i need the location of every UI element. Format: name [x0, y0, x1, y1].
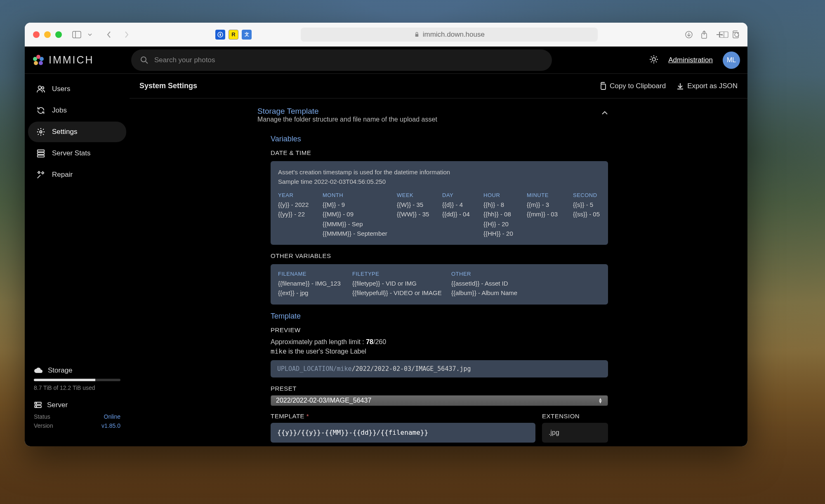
- sync-icon: [36, 106, 45, 115]
- sidebar-footer: Storage 8.7 TiB of 12.2 TiB used Server: [25, 359, 130, 446]
- export-json-button[interactable]: Export as JSON: [676, 82, 738, 90]
- variable-example: {{MMMM}} - September: [323, 229, 397, 238]
- variable-example: {{s}} - 5: [573, 200, 610, 209]
- app-header: IMMICH Search your photos Administration…: [25, 47, 747, 74]
- extension-r-icon[interactable]: R: [229, 30, 238, 40]
- storage-template-desc: Manage the folder structure and file nam…: [257, 116, 437, 123]
- app-logo[interactable]: IMMICH: [32, 54, 131, 66]
- storage-title: Storage: [48, 366, 73, 375]
- extension-1password-icon[interactable]: [215, 30, 225, 40]
- forward-button[interactable]: [121, 29, 132, 40]
- preset-label: PRESET: [271, 385, 608, 392]
- status-label: Status: [34, 413, 50, 420]
- close-window-button[interactable]: [33, 31, 40, 38]
- variable-column-header: HOUR: [483, 192, 527, 198]
- variable-example: {{y}} - 2022: [278, 200, 323, 209]
- variable-example: {{filetype}} - VID or IMG: [352, 279, 451, 288]
- other-vars-label: OTHER VARIABLES: [271, 252, 608, 259]
- preset-value: 2022/2022-02-03/IMAGE_56437: [276, 397, 371, 404]
- search-input[interactable]: Search your photos: [131, 49, 552, 71]
- version-value: v1.85.0: [101, 422, 120, 429]
- storage-progress-bar: [34, 379, 120, 381]
- svg-point-16: [40, 57, 44, 61]
- sidebar-item-repair[interactable]: Repair: [28, 164, 126, 185]
- variable-example: {{album}} - Album Name: [451, 288, 542, 298]
- export-label: Export as JSON: [687, 82, 738, 90]
- minimize-window-button[interactable]: [44, 31, 51, 38]
- url-text: immich.down.house: [423, 30, 485, 39]
- chevron-up-icon: [601, 111, 608, 115]
- extension-label: EXTENSION: [542, 413, 608, 420]
- administration-link[interactable]: Administration: [668, 56, 713, 64]
- variable-example: {{WW}} - 35: [397, 209, 442, 219]
- svg-line-29: [656, 61, 657, 62]
- header-right: Administration ML: [649, 52, 740, 69]
- variables-title: Variables: [271, 135, 608, 143]
- svg-line-22: [146, 61, 148, 63]
- variable-example: {{ss}} - 05: [573, 209, 610, 219]
- variable-example: {{MM}} - 09: [323, 209, 397, 219]
- avatar[interactable]: ML: [723, 52, 740, 69]
- share-icon[interactable]: [700, 30, 708, 39]
- preset-select[interactable]: 2022/2022-02-03/IMAGE_56437 ▲▼: [271, 395, 608, 406]
- variable-example: {{HH}} - 20: [483, 229, 527, 238]
- sidebar-toggle-icon[interactable]: [71, 29, 82, 40]
- template-input[interactable]: [271, 423, 535, 443]
- translate-page-icon[interactable]: A: [719, 31, 728, 38]
- variable-example: {{hh}} - 08: [483, 209, 527, 219]
- other-vars-box: FILENAME{{filename}} - IMG_123{{ext}} - …: [271, 264, 608, 305]
- svg-point-40: [36, 403, 37, 404]
- variable-example: {{m}} - 3: [527, 200, 573, 209]
- sidebar-item-server-stats[interactable]: Server Stats: [28, 143, 126, 164]
- app-container: IMMICH Search your photos Administration…: [25, 47, 747, 446]
- downloads-icon[interactable]: [685, 30, 693, 39]
- variable-example: {{mm}} - 03: [527, 209, 573, 219]
- theme-toggle-button[interactable]: [649, 55, 658, 66]
- svg-point-18: [34, 61, 38, 65]
- titlebar-dropdown-icon[interactable]: [84, 29, 96, 40]
- svg-point-41: [36, 406, 37, 407]
- user-label-line: mike is the user's Storage Label: [271, 347, 608, 355]
- variable-example: {{filename}} - IMG_123: [278, 279, 352, 288]
- window-controls: [33, 31, 62, 38]
- server-footer-icon: [34, 401, 42, 409]
- sidebar-item-users[interactable]: Users: [28, 79, 126, 99]
- logo-flower-icon: [32, 54, 45, 66]
- other-variables-grid: FILENAME{{filename}} - IMG_123{{ext}} - …: [278, 271, 601, 298]
- storage-progress-fill: [34, 379, 95, 381]
- extension-translate-icon[interactable]: 文: [242, 30, 252, 40]
- browser-titlebar: R 文 immich.down.house A: [25, 23, 747, 47]
- browser-window: R 文 immich.down.house A: [25, 23, 747, 446]
- content-header: System Settings Copy to Clipboard Export…: [130, 74, 747, 98]
- url-bar[interactable]: immich.down.house A: [301, 28, 598, 42]
- variable-column-header: SECOND: [573, 192, 610, 198]
- sidebar-item-settings[interactable]: Settings: [28, 122, 126, 142]
- variable-column-header: MINUTE: [527, 192, 573, 198]
- path-preview-box: UPLOAD_LOCATION/mike/2022/2022-02-03/IMA…: [271, 360, 608, 377]
- copy-clipboard-button[interactable]: Copy to Clipboard: [599, 82, 666, 90]
- select-arrows-icon: ▲▼: [598, 398, 603, 403]
- sidebar-nav: Users Jobs Settings Server Stats: [25, 78, 130, 359]
- sidebar-item-jobs[interactable]: Jobs: [28, 100, 126, 121]
- path-limit-line: Approximately path length limit : 78/260: [271, 338, 608, 346]
- svg-point-23: [652, 58, 655, 61]
- svg-rect-36: [38, 152, 45, 155]
- reload-icon[interactable]: [733, 31, 740, 38]
- variable-example: {{assetId}} - Asset ID: [451, 279, 542, 288]
- date-time-box: Asset's creation timestamp is used for t…: [271, 161, 608, 245]
- main-content: System Settings Copy to Clipboard Export…: [130, 74, 747, 446]
- svg-point-20: [37, 59, 40, 61]
- storage-usage-text: 8.7 TiB of 12.2 TiB used: [34, 384, 120, 391]
- svg-rect-0: [73, 31, 81, 38]
- version-label: Version: [34, 422, 53, 429]
- variable-column-header: MONTH: [323, 192, 397, 198]
- maximize-window-button[interactable]: [55, 31, 62, 38]
- collapse-section-button[interactable]: [601, 109, 608, 117]
- lock-icon: [414, 32, 420, 37]
- page-title: System Settings: [139, 82, 197, 90]
- sidebar-item-label: Users: [52, 85, 70, 93]
- preview-label: PREVIEW: [271, 326, 608, 333]
- dt-note-2: Sample time 2022-02-03T04:56:05.250: [278, 177, 601, 187]
- settings-scroll-area[interactable]: Storage Template Manage the folder struc…: [130, 98, 747, 446]
- back-button[interactable]: [103, 29, 115, 40]
